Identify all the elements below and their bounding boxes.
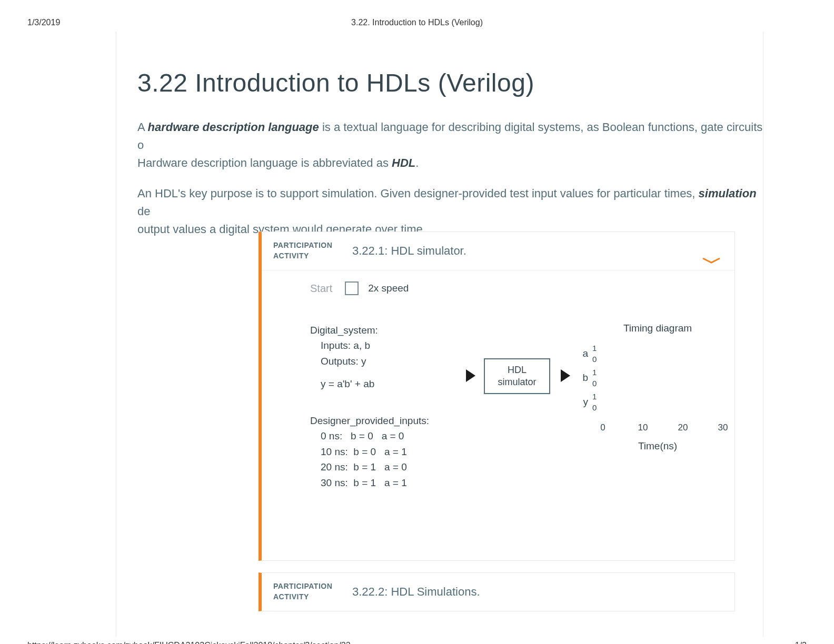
signal-levels-y: 10 <box>592 391 597 413</box>
p1-d: . <box>415 156 419 169</box>
diagram-area: Digital_system: Inputs: a, b Outputs: y … <box>310 323 726 544</box>
keyword-hdl-long: hardware description language <box>148 120 319 134</box>
start-button[interactable]: Start <box>310 283 332 295</box>
tick-20: 20 <box>678 422 688 433</box>
participation-activity-2: PARTICIPATION ACTIVITY 3.22.2: HDL Simul… <box>259 572 735 611</box>
p1-a: A <box>137 120 148 134</box>
activity2-label-line2: ACTIVITY <box>273 592 309 601</box>
keyword-hdl-abbr: HDL <box>392 156 415 169</box>
signal-levels-b: 10 <box>592 367 597 389</box>
sim-box-l1: HDL <box>508 365 527 375</box>
speed-checkbox[interactable] <box>345 281 359 295</box>
speed-label: 2x speed <box>368 283 409 294</box>
time-axis: 0 10 20 30 Time(ns) <box>579 422 737 449</box>
activity-label-2: PARTICIPATION ACTIVITY <box>262 581 352 602</box>
activity2-title: 3.22.2: HDL Simulations. <box>352 585 480 599</box>
print-doc-title: 3.22. Introduction to HDLs (Verilog) <box>0 18 834 27</box>
page-title: 3.22 Introduction to HDLs (Verilog) <box>137 68 763 97</box>
print-page-indicator: 1/3 <box>795 641 807 644</box>
animation-controls: Start 2x speed <box>310 281 409 295</box>
activity-title: 3.22.1: HDL simulator. <box>352 244 466 258</box>
signal-name-a: a <box>579 348 588 359</box>
signal-name-b: b <box>579 372 588 384</box>
timing-diagram: Timing diagram a 10 b 10 y <box>579 323 737 449</box>
activity-header: PARTICIPATION ACTIVITY 3.22.1: HDL simul… <box>262 232 734 270</box>
signal-row-y: y 10 <box>579 392 737 413</box>
p2-b: de <box>137 205 150 218</box>
p2-a: An HDL's key purpose is to support simul… <box>137 187 699 200</box>
keyword-simulation: simulation <box>699 187 757 200</box>
activity-header-2: PARTICIPATION ACTIVITY 3.22.2: HDL Simul… <box>262 573 734 611</box>
signal-name-y: y <box>579 396 588 408</box>
participation-activity-1: PARTICIPATION ACTIVITY 3.22.1: HDL simul… <box>259 232 735 561</box>
dpi-row-3: 30 ns: b = 1 a = 1 <box>310 475 726 490</box>
activity2-label-line1: PARTICIPATION <box>273 582 332 590</box>
collapse-caret-icon[interactable] <box>702 257 721 263</box>
page-frame: 3.22 Introduction to HDLs (Verilog) A ha… <box>116 32 763 637</box>
arrow-out-simulator-icon <box>561 369 570 382</box>
sim-box-l2: simulator <box>498 377 536 387</box>
signal-row-b: b 10 <box>579 368 737 389</box>
activity-label-line1: PARTICIPATION <box>273 241 332 249</box>
tick-10: 10 <box>638 422 648 433</box>
activity-label-line2: ACTIVITY <box>273 251 309 260</box>
arrow-into-simulator-icon <box>466 369 475 382</box>
tick-0: 0 <box>600 422 605 433</box>
signal-row-a: a 10 <box>579 344 737 365</box>
simulator-box: HDL simulator <box>484 358 550 394</box>
time-axis-label: Time(ns) <box>579 440 737 452</box>
p1-c: Hardware description language is abbrevi… <box>137 156 392 169</box>
signal-levels-a: 10 <box>592 343 597 365</box>
activity-label: PARTICIPATION ACTIVITY <box>262 240 352 261</box>
intro-paragraph-1: A hardware description language is a tex… <box>137 118 763 172</box>
tick-30: 30 <box>718 422 728 433</box>
timing-title: Timing diagram <box>579 323 737 334</box>
intro-paragraph-2: An HDL's key purpose is to support simul… <box>137 185 763 238</box>
print-url: https://learn.zybooks.com/zybook/FIUCDA3… <box>27 641 351 644</box>
dpi-row-2: 20 ns: b = 1 a = 0 <box>310 459 726 475</box>
